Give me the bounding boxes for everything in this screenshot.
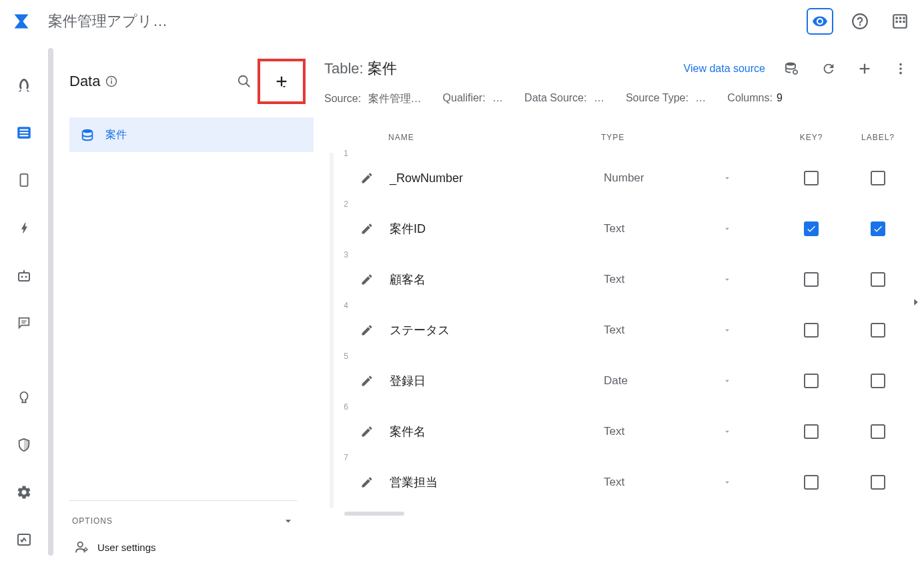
- header-type: TYPE: [601, 133, 775, 142]
- user-settings-button[interactable]: User settings: [69, 533, 298, 561]
- svg-line-23: [246, 83, 250, 87]
- edit-icon[interactable]: [352, 425, 382, 438]
- column-row: 2 案件ID Text: [350, 203, 908, 254]
- row-number: 4: [340, 301, 348, 310]
- qualifier-value: …: [492, 92, 503, 103]
- nav-rocket-icon[interactable]: [11, 75, 37, 95]
- expand-panel-button[interactable]: [911, 297, 921, 308]
- preview-button[interactable]: [807, 8, 833, 35]
- type-select[interactable]: Text: [601, 420, 735, 444]
- label-checkbox[interactable]: [871, 323, 885, 338]
- nav-views-icon[interactable]: [11, 170, 37, 191]
- table-header-row: NAME TYPE KEY? LABEL?: [324, 127, 908, 153]
- info-icon[interactable]: [105, 75, 117, 87]
- column-name: 案件ID: [382, 221, 601, 237]
- key-checkbox[interactable]: [804, 374, 819, 388]
- edit-icon[interactable]: [352, 171, 382, 185]
- column-row: 1 _RowNumber Number: [350, 153, 908, 203]
- column-name: 顧客名: [382, 271, 601, 288]
- label-checkbox[interactable]: [871, 424, 885, 439]
- label-checkbox[interactable]: [871, 475, 885, 490]
- nav-data-icon[interactable]: [11, 122, 37, 143]
- nav-automation-icon[interactable]: [11, 265, 37, 286]
- svg-point-27: [78, 542, 83, 547]
- row-number: 1: [340, 149, 348, 158]
- nav-security-icon[interactable]: [11, 434, 37, 455]
- table-title-label: Table:: [324, 60, 364, 77]
- edit-icon[interactable]: [352, 374, 382, 388]
- type-select[interactable]: Number: [601, 166, 735, 190]
- columns-label: Columns:: [727, 92, 773, 103]
- source-value: 案件管理…: [368, 93, 422, 104]
- database-icon: [80, 127, 95, 142]
- table-item-anken[interactable]: 案件: [69, 117, 314, 152]
- svg-rect-9: [20, 132, 29, 133]
- svg-point-22: [239, 76, 248, 85]
- header-name: NAME: [351, 133, 601, 142]
- key-checkbox[interactable]: [804, 323, 819, 338]
- row-number: 3: [340, 250, 348, 259]
- sourcetype-label: Source Type:: [626, 92, 688, 103]
- row-number: 6: [340, 402, 348, 412]
- add-table-button[interactable]: [262, 63, 302, 100]
- horizontal-scrollbar[interactable]: [344, 512, 404, 516]
- columns-value: 9: [777, 92, 783, 103]
- sourcetype-value: …: [695, 92, 706, 103]
- svg-point-28: [85, 548, 87, 551]
- datasource-label: Data Source:: [524, 92, 586, 103]
- edit-icon[interactable]: [352, 273, 382, 286]
- add-table-highlight: [258, 59, 306, 104]
- options-toggle[interactable]: OPTIONS: [69, 509, 298, 533]
- view-data-source-link[interactable]: View data source: [684, 63, 765, 75]
- nav-intelligence-icon[interactable]: [11, 387, 37, 408]
- type-select[interactable]: Text: [601, 217, 735, 241]
- add-column-icon[interactable]: [857, 61, 872, 76]
- main-panel: Table: 案件 View data source Source: 案件管理……: [314, 43, 924, 561]
- key-checkbox[interactable]: [804, 221, 819, 236]
- svg-rect-12: [19, 273, 29, 281]
- app-title: 案件管理アプリ…: [48, 11, 807, 31]
- label-checkbox[interactable]: [871, 272, 885, 287]
- grid-menu-button[interactable]: [887, 8, 913, 35]
- nav-manage-icon[interactable]: [11, 530, 37, 550]
- edit-icon[interactable]: [352, 222, 382, 235]
- key-checkbox[interactable]: [804, 272, 819, 287]
- nav-settings-icon[interactable]: [11, 482, 37, 502]
- key-checkbox[interactable]: [804, 475, 819, 490]
- meta-row: Source: 案件管理… Qualifier: … Data Source: …: [324, 92, 908, 106]
- type-select[interactable]: Text: [601, 470, 735, 494]
- header-key: KEY?: [775, 133, 848, 142]
- type-select[interactable]: Text: [601, 318, 735, 342]
- row-number: 7: [340, 453, 348, 462]
- options-label: OPTIONS: [72, 516, 113, 526]
- key-checkbox[interactable]: [804, 424, 819, 439]
- more-menu-icon[interactable]: [893, 61, 908, 76]
- svg-rect-6: [903, 21, 905, 23]
- nav-actions-icon[interactable]: [11, 217, 37, 238]
- svg-rect-8: [20, 129, 29, 131]
- datasource-value: …: [594, 92, 604, 103]
- svg-rect-3: [903, 17, 905, 19]
- label-checkbox[interactable]: [871, 221, 885, 236]
- column-row: 3 顧客名 Text: [350, 254, 908, 305]
- help-button[interactable]: [847, 8, 873, 35]
- key-checkbox[interactable]: [804, 171, 819, 185]
- label-checkbox[interactable]: [871, 374, 885, 388]
- column-row: 6 案件名 Text: [350, 406, 908, 457]
- datasource-settings-icon[interactable]: [784, 61, 800, 77]
- app-header: 案件管理アプリ…: [0, 0, 924, 43]
- edit-icon[interactable]: [352, 476, 382, 489]
- nav-comments-icon[interactable]: [11, 312, 37, 333]
- left-nav: [0, 43, 48, 561]
- user-settings-label: User settings: [97, 542, 156, 553]
- svg-point-21: [111, 78, 113, 79]
- label-checkbox[interactable]: [871, 171, 885, 185]
- type-select[interactable]: Text: [601, 267, 735, 292]
- column-name: _RowNumber: [382, 171, 601, 185]
- refresh-icon[interactable]: [821, 61, 836, 76]
- edit-icon[interactable]: [352, 324, 382, 337]
- type-select[interactable]: Date: [601, 369, 735, 393]
- column-name: 営業担当: [382, 474, 601, 490]
- search-button[interactable]: [231, 68, 258, 95]
- user-settings-icon: [75, 540, 89, 554]
